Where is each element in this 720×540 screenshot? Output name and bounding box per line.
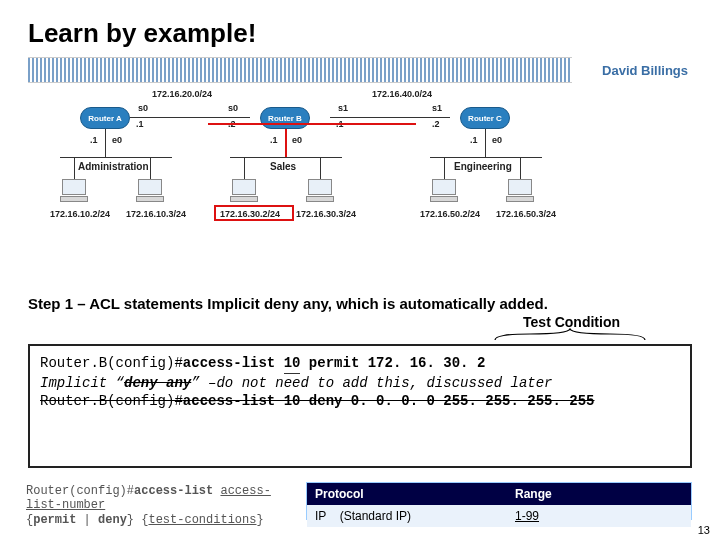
s2b: permit [33, 513, 76, 527]
lan-b [230, 157, 342, 158]
s2d: deny [98, 513, 127, 527]
if-c-dot2: .2 [432, 119, 440, 129]
dept-admin: Administration [78, 161, 149, 172]
td-protocol: IP (Standard IP) [307, 505, 507, 527]
th-range: Range [507, 483, 691, 505]
lan-a [60, 157, 172, 158]
s2g: } [256, 513, 263, 527]
step-text: Step 1 – ACL statements Implicit deny an… [28, 295, 692, 312]
hd-b2 [320, 157, 321, 179]
dept-eng: Engineering [454, 161, 512, 172]
ip-c2: 172.16.50.3/24 [496, 209, 556, 219]
ip-a2: 172.16.10.3/24 [126, 209, 186, 219]
host-a2 [136, 179, 164, 203]
hd-b1 [244, 157, 245, 179]
subnet-ab: 172.16.20.0/24 [152, 89, 212, 99]
if-b-s0: s0 [228, 103, 238, 113]
host-c1 [430, 179, 458, 203]
hd-c2 [520, 157, 521, 179]
if-b-s1: s1 [338, 103, 348, 113]
l2-rest: ” –do not need to add this, discussed la… [191, 375, 552, 391]
stripe-pattern [28, 57, 572, 83]
host-b1 [230, 179, 258, 203]
if-c-s1: s1 [432, 103, 442, 113]
hd-a2 [150, 157, 151, 179]
code-box: Router.B(config)#access-list 10 permit 1… [28, 344, 692, 468]
s2f: test-conditions [148, 513, 256, 527]
td-ip: IP [315, 509, 326, 523]
highlight-target-ip [214, 205, 294, 221]
th-protocol: Protocol [307, 483, 507, 505]
protocol-table: Protocol IP (Standard IP) Range 1-99 [306, 482, 692, 520]
link-bc [330, 117, 450, 118]
l1-cmd: access-list [183, 355, 284, 371]
code-line-3: Router.B(config)#access-list 10 deny 0. … [40, 392, 680, 410]
brace-icon [0, 328, 620, 342]
lbl-e0-c: e0 [492, 135, 502, 145]
s1b: access-list [134, 484, 220, 498]
host-b2 [306, 179, 334, 203]
l3-prefix: Router.B(config)# [40, 393, 183, 409]
syntax-template: Router(config)#access-list access-list-n… [26, 482, 306, 520]
ip-c1: 172.16.50.2/24 [420, 209, 480, 219]
network-diagram: 172.16.20.0/24 172.16.40.0/24 s0 .1 s0 .… [60, 89, 660, 289]
host-a1 [60, 179, 88, 203]
lbl-e0-b: e0 [292, 135, 302, 145]
if-a-dot1: .1 [136, 119, 144, 129]
author-label: David Billings [602, 57, 692, 83]
code-line-2: Implicit “deny any” –do not need to add … [40, 374, 680, 392]
page-number: 13 [698, 524, 710, 536]
if-a-s0: s0 [138, 103, 148, 113]
ip-b2: 172.16.30.3/24 [296, 209, 356, 219]
lan-c [430, 157, 542, 158]
host-c2 [506, 179, 534, 203]
hd-a1 [74, 157, 75, 179]
dept-sales: Sales [270, 161, 296, 172]
lbl-dot1-b: .1 [270, 135, 278, 145]
hd-c1 [444, 157, 445, 179]
code-line-1: Router.B(config)#access-list 10 permit 1… [40, 354, 680, 374]
syntax-row: Router(config)#access-list access-list-n… [26, 482, 692, 520]
router-c: Router C [460, 107, 510, 129]
s2e: } { [127, 513, 149, 527]
red-drop [285, 129, 287, 157]
s2c: | [76, 513, 98, 527]
l3-cmd: access-list 10 deny 0. 0. 0. 0 255. 255.… [183, 393, 595, 409]
router-b: Router B [260, 107, 310, 129]
title-stripe: David Billings [28, 57, 692, 83]
s1a: Router(config)# [26, 484, 134, 498]
td-ip-paren: (Standard IP) [340, 509, 411, 523]
l1-rest: permit 172. 16. 30. 2 [300, 355, 485, 371]
lbl-dot1-a: .1 [90, 135, 98, 145]
l2-strike: deny any [124, 375, 191, 391]
ip-a1: 172.16.10.2/24 [50, 209, 110, 219]
red-link-ab [208, 123, 312, 125]
lbl-dot1-c: .1 [470, 135, 478, 145]
range-val: 1-99 [515, 509, 539, 523]
drop-c [485, 129, 486, 157]
l2-italic: Implicit “ [40, 375, 124, 391]
link-ab [130, 117, 250, 118]
td-range: 1-99 [507, 505, 691, 527]
router-a: Router A [80, 107, 130, 129]
l1-prefix: Router.B(config)# [40, 355, 183, 371]
l1-num: 10 [284, 354, 301, 374]
slide-title: Learn by example! [0, 0, 720, 57]
drop-a [105, 129, 106, 157]
red-link-bc [312, 123, 416, 125]
lbl-e0-a: e0 [112, 135, 122, 145]
subnet-bc: 172.16.40.0/24 [372, 89, 432, 99]
